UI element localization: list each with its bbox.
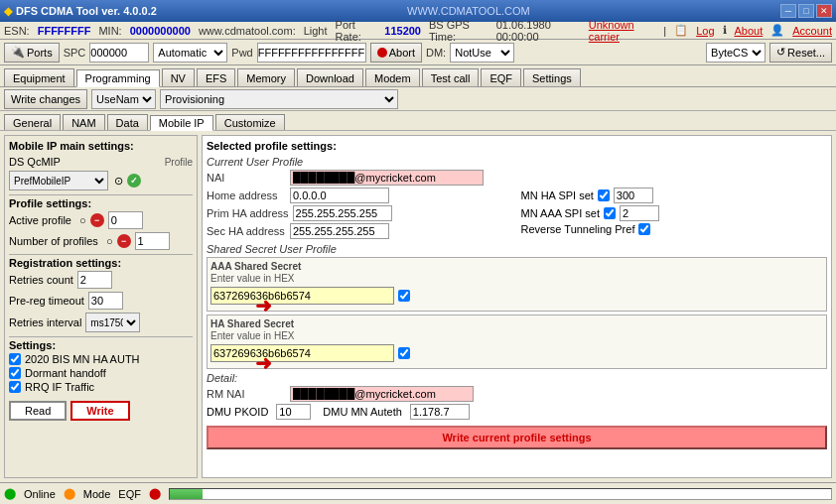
tab-nv[interactable]: NV [162,68,195,86]
rm-nai-row: RM NAI [207,386,827,402]
bis-label: 2020 BIS MN HA AUTH [25,353,140,365]
progress-bar-outer [169,488,832,500]
left-panel: Mobile IP main settings: DS QcMIP Profil… [4,135,198,478]
tab-programming[interactable]: Programming [76,69,160,87]
nai-input[interactable] [290,170,484,186]
home-address-input[interactable] [290,188,389,203]
carrier-link[interactable]: Unknown carrier [589,19,655,43]
sec-ha-row: Sec HA address [207,223,513,239]
pre-reg-input[interactable] [88,292,123,310]
bis-checkbox[interactable] [9,353,21,365]
toolbar2: 🔌 Ports SPC Automatic Pwd Abort DM: NotU… [0,40,836,65]
provisioning-select[interactable]: Provisioning [160,89,398,109]
dmu-row: DMU PKOID DMU MN Auteth [207,404,827,420]
active-profile-input[interactable] [108,211,143,229]
progress-bar-inner [170,489,203,499]
about-link[interactable]: About [735,25,764,37]
tab-equipment[interactable]: Equipment [4,68,74,86]
mn-aaa-input[interactable] [620,205,659,221]
dmu-pkoid-input[interactable] [276,404,311,420]
mn-ha-checkbox[interactable] [598,189,610,201]
automatic-select[interactable]: Automatic [153,43,227,63]
sub-tab-general[interactable]: General [4,114,61,130]
retries-interval-select[interactable]: ms1750 [85,313,140,332]
prefmobile-select[interactable]: PrefMobileIP [9,171,108,190]
aaa-hex-checkbox[interactable] [398,290,410,302]
prog-toolbar: Write changes UseNam1 Provisioning [0,87,836,111]
write-profile-button[interactable]: Write current profile settings [207,426,827,449]
aaa-shared-section: AAA Shared Secret Enter value in HEX ➜ [207,257,827,312]
eqf-icon: ⬤ [149,487,161,500]
tab-eqf[interactable]: EQF [481,68,521,86]
write-changes-button[interactable]: Write changes [4,89,87,109]
dm-label: DM: [426,47,446,59]
minimize-button[interactable]: ─ [780,4,796,18]
retries-interval-label: Retries interval [9,316,81,328]
ha-hex-checkbox[interactable] [398,347,410,359]
min-value: 0000000000 [130,25,191,37]
spc-input[interactable] [89,43,149,63]
check-icon: ✓ [127,174,141,188]
mn-ha-input[interactable] [614,188,653,203]
aaa-hex-row: ➜ [210,284,823,308]
eqf-label: EQF [118,488,141,500]
retries-count-row: Retries count [9,271,193,289]
sec-ha-input[interactable] [290,223,389,239]
sub-tab-mobile-ip[interactable]: Mobile IP [150,115,213,131]
sub-tab-nam[interactable]: NAM [63,114,104,130]
radio1[interactable]: ⊙ [114,175,123,188]
tab-modem[interactable]: Modem [365,68,420,86]
tab-memory[interactable]: Memory [237,68,295,86]
refresh-icon: ↺ [776,46,785,59]
sub-tab-data[interactable]: Data [107,114,148,130]
ha-shared-title: HA Shared Secret [210,318,823,329]
dmu-mn-label: DMU MN Auteth [323,406,401,418]
ports-button[interactable]: 🔌 Ports [4,43,60,63]
log-link[interactable]: Log [696,25,714,37]
abort-button[interactable]: Abort [370,43,422,63]
tab-download[interactable]: Download [297,68,363,86]
bottom-buttons: Read Write [9,401,193,421]
rm-nai-input[interactable] [290,386,474,402]
dormant-checkbox[interactable] [9,367,21,379]
mode-icon: ⬤ [64,487,75,500]
esn-label: ESN: [4,25,30,37]
pwd-input[interactable] [257,43,366,63]
read-button[interactable]: Read [9,401,67,421]
min-label: MIN: [98,25,121,37]
rm-nai-label: RM NAI [207,388,286,400]
nai-row: NAI [207,170,827,186]
prim-ha-input[interactable] [293,205,392,221]
radio3[interactable]: ○ [106,235,113,247]
title-bar-left: ◆ DFS CDMA Tool ver. 4.0.0.2 [4,5,157,18]
radio2[interactable]: ○ [79,214,86,226]
num-profiles-row: Number of profiles ○ − [9,232,193,250]
write-button[interactable]: Write [70,401,129,421]
num-profiles-input[interactable] [135,232,170,250]
retries-count-input[interactable] [77,271,112,289]
ha-hex-input[interactable] [210,344,394,362]
rrq-label: RRQ IF Traffic [25,381,94,393]
reset-button[interactable]: ↺ Reset... [769,43,832,63]
detail-title: Detail: [207,372,827,384]
mn-aaa-checkbox[interactable] [604,207,616,219]
tab-settings[interactable]: Settings [523,68,581,86]
account-link[interactable]: Account [792,25,832,37]
bytecs-select[interactable]: ByteCS [706,43,766,63]
aaa-hex-input[interactable] [210,287,394,305]
sub-tab-customize[interactable]: Customize [215,114,285,130]
active-profile-label: Active profile [9,214,71,226]
close-button[interactable]: ✕ [816,4,832,18]
usenam-select[interactable]: UseNam1 [91,89,156,109]
dmu-mn-input[interactable] [410,404,470,420]
maximize-button[interactable]: □ [798,4,814,18]
registration-title: Registration settings: [9,254,193,269]
prim-ha-row: Prim HA address [207,205,513,221]
tab-testcall[interactable]: Test call [422,68,480,86]
tab-efs[interactable]: EFS [197,68,235,86]
rrq-checkbox[interactable] [9,381,21,393]
dm-select[interactable]: NotUse [450,43,514,63]
reverse-tunneling-checkbox[interactable] [638,223,650,235]
retries-count-label: Retries count [9,274,73,286]
bis-row: 2020 BIS MN HA AUTH [9,353,193,365]
